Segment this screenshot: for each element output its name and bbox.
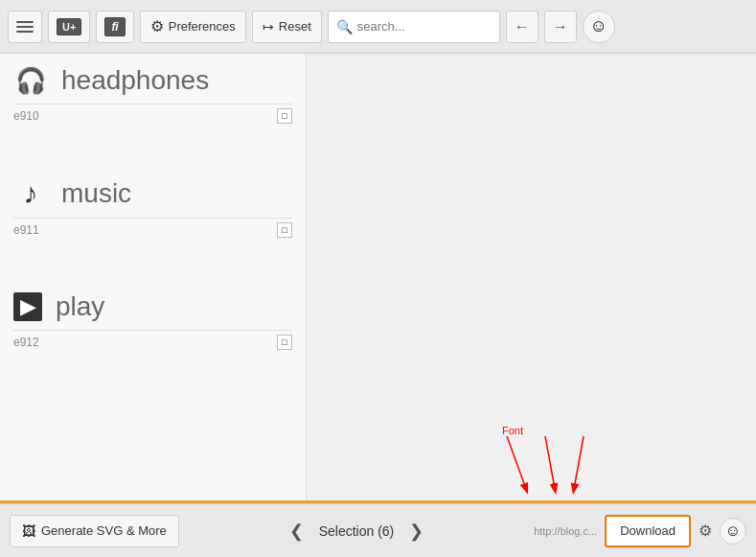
menu-button[interactable] <box>8 11 42 43</box>
icon-name-play: play <box>56 291 104 322</box>
bottom-face-icon: ☺ <box>725 522 741 540</box>
icon-code-headphones: e910 <box>13 109 39 123</box>
reset-icon: ↦ <box>263 19 274 35</box>
reset-label: Reset <box>279 19 311 34</box>
fi-badge: fi <box>104 17 125 36</box>
selection-forward-button[interactable]: ❯ <box>403 517 429 545</box>
settings-gear-icon: ⚙ <box>699 522 712 539</box>
settings-button[interactable]: ⚙ <box>699 522 712 540</box>
download-button[interactable]: Download <box>605 515 691 547</box>
selection-back-button[interactable]: ❮ <box>284 517 309 545</box>
toolbar: U+ fi ⚙ Preferences ↦ Reset 🔍 ← → ☺ <box>0 0 756 54</box>
face-icon: ☺ <box>590 16 607 36</box>
preferences-label: Preferences <box>169 19 236 34</box>
gear-icon: ⚙ <box>150 17 164 35</box>
spacer <box>0 128 306 166</box>
back-arrow-icon: ← <box>515 18 530 35</box>
icon-code-play: e912 <box>13 336 39 349</box>
music-icon: ♪ <box>13 177 48 210</box>
generate-label: Generate SVG & More <box>41 523 167 538</box>
headphones-icon: 🎧 <box>13 66 48 96</box>
selection-label: Selection (6) <box>319 523 395 539</box>
bottom-center: ❮ Selection (6) ❯ <box>284 517 430 545</box>
list-item[interactable]: 🎧 headphones e910 □ <box>0 54 306 128</box>
icon-name-headphones: headphones <box>61 65 209 96</box>
generate-icon: 🖼 <box>22 523 35 539</box>
icon-copy-button[interactable]: □ <box>277 335 292 350</box>
icon-code-music: e911 <box>13 223 39 237</box>
icon-name-music: music <box>61 178 131 209</box>
spacer <box>0 242 306 280</box>
preferences-button[interactable]: ⚙ Preferences <box>140 11 246 43</box>
right-area <box>307 54 756 503</box>
icon-item-content: ♪ music <box>13 177 292 218</box>
back-button[interactable]: ← <box>506 11 538 43</box>
search-input[interactable] <box>357 19 492 34</box>
icon-code-row: e912 □ <box>13 330 292 354</box>
fi-button[interactable]: fi <box>96 11 133 43</box>
bottom-left: 🖼 Generate SVG & More <box>10 515 179 547</box>
main-content: 🎧 headphones e910 □ ♪ music e911 □ <box>0 54 756 503</box>
icon-list: 🎧 headphones e910 □ ♪ music e911 □ <box>0 54 307 503</box>
chevron-right-icon: ❯ <box>409 522 424 541</box>
bottom-right: http://blog.c... Download ⚙ ☺ <box>534 515 746 547</box>
list-item[interactable]: ♪ music e911 □ <box>0 166 306 242</box>
icon-item-content: ▶ play <box>13 291 292 330</box>
icon-code-row: e910 □ <box>13 104 292 128</box>
uplus-button[interactable]: U+ <box>48 11 90 43</box>
url-text: http://blog.c... <box>534 525 597 537</box>
hamburger-icon <box>16 21 34 33</box>
uplus-badge: U+ <box>57 18 81 35</box>
play-icon: ▶ <box>13 292 42 321</box>
bottom-bar: 🖼 Generate SVG & More ❮ Selection (6) ❯ … <box>0 503 756 557</box>
chevron-left-icon: ❮ <box>289 522 304 541</box>
forward-button[interactable]: → <box>544 11 577 43</box>
icon-item-content: 🎧 headphones <box>13 65 292 104</box>
icon-copy-button[interactable]: □ <box>277 108 292 124</box>
face-button[interactable]: ☺ <box>583 11 615 43</box>
forward-arrow-icon: → <box>553 18 568 35</box>
generate-svg-button[interactable]: 🖼 Generate SVG & More <box>10 515 179 547</box>
search-icon: 🔍 <box>336 19 353 35</box>
list-item[interactable]: ▶ play e912 □ <box>0 280 306 354</box>
icon-copy-button[interactable]: □ <box>277 222 292 238</box>
download-label: Download <box>620 523 676 538</box>
bottom-face-button[interactable]: ☺ <box>720 518 746 545</box>
reset-button[interactable]: ↦ Reset <box>252 11 322 43</box>
icon-code-row: e911 □ <box>13 218 292 242</box>
search-box: 🔍 <box>328 11 500 43</box>
